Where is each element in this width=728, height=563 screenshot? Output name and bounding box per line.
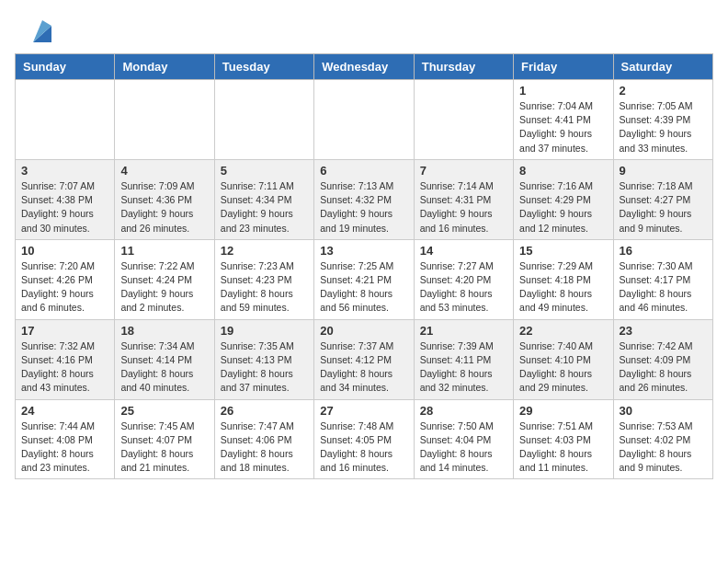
calendar-cell: 5Sunrise: 7:11 AM Sunset: 4:34 PM Daylig… [214,159,313,239]
day-number: 5 [221,164,308,178]
calendar-cell: 11Sunrise: 7:22 AM Sunset: 4:24 PM Dayli… [115,239,214,319]
calendar-cell: 21Sunrise: 7:39 AM Sunset: 4:11 PM Dayli… [414,319,513,399]
calendar-cell [16,80,115,160]
day-number: 12 [221,244,308,258]
day-number: 15 [519,244,607,258]
day-number: 11 [120,244,208,258]
day-number: 2 [620,84,707,98]
col-header-friday: Friday [514,54,613,80]
week-row-3: 10Sunrise: 7:20 AM Sunset: 4:26 PM Dayli… [16,239,713,319]
calendar-cell: 6Sunrise: 7:13 AM Sunset: 4:32 PM Daylig… [314,159,414,239]
day-info: Sunrise: 7:50 AM Sunset: 4:04 PM Dayligh… [420,419,507,476]
calendar-cell: 27Sunrise: 7:48 AM Sunset: 4:05 PM Dayli… [314,399,414,479]
day-number: 18 [120,324,208,338]
calendar-cell: 19Sunrise: 7:35 AM Sunset: 4:13 PM Dayli… [214,319,313,399]
day-number: 20 [320,324,407,338]
calendar-cell: 26Sunrise: 7:47 AM Sunset: 4:06 PM Dayli… [214,399,313,479]
day-number: 8 [519,164,607,178]
calendar-cell: 24Sunrise: 7:44 AM Sunset: 4:08 PM Dayli… [16,399,115,479]
calendar-cell: 12Sunrise: 7:23 AM Sunset: 4:23 PM Dayli… [214,239,313,319]
col-header-saturday: Saturday [613,54,712,80]
calendar-cell: 4Sunrise: 7:09 AM Sunset: 4:36 PM Daylig… [115,159,214,239]
day-number: 25 [120,404,208,418]
day-number: 14 [420,244,507,258]
col-header-thursday: Thursday [414,54,513,80]
day-number: 10 [21,244,108,258]
logo [22,17,55,46]
col-header-monday: Monday [115,54,214,80]
day-info: Sunrise: 7:22 AM Sunset: 4:24 PM Dayligh… [120,259,208,316]
calendar-cell: 20Sunrise: 7:37 AM Sunset: 4:12 PM Dayli… [314,319,414,399]
day-number: 19 [221,324,308,338]
calendar-wrapper: SundayMondayTuesdayWednesdayThursdayFrid… [0,53,728,487]
calendar-cell: 30Sunrise: 7:53 AM Sunset: 4:02 PM Dayli… [613,399,712,479]
day-info: Sunrise: 7:13 AM Sunset: 4:32 PM Dayligh… [320,179,407,236]
day-number: 23 [620,324,707,338]
day-info: Sunrise: 7:18 AM Sunset: 4:27 PM Dayligh… [620,179,707,236]
day-info: Sunrise: 7:30 AM Sunset: 4:17 PM Dayligh… [620,259,707,316]
calendar-cell: 23Sunrise: 7:42 AM Sunset: 4:09 PM Dayli… [613,319,712,399]
week-row-4: 17Sunrise: 7:32 AM Sunset: 4:16 PM Dayli… [16,319,713,399]
calendar-cell: 22Sunrise: 7:40 AM Sunset: 4:10 PM Dayli… [514,319,613,399]
calendar-cell: 17Sunrise: 7:32 AM Sunset: 4:16 PM Dayli… [16,319,115,399]
day-info: Sunrise: 7:47 AM Sunset: 4:06 PM Dayligh… [221,419,308,476]
day-info: Sunrise: 7:32 AM Sunset: 4:16 PM Dayligh… [21,339,108,396]
day-info: Sunrise: 7:25 AM Sunset: 4:21 PM Dayligh… [320,259,407,316]
day-number: 28 [420,404,507,418]
day-info: Sunrise: 7:23 AM Sunset: 4:23 PM Dayligh… [221,259,308,316]
day-info: Sunrise: 7:51 AM Sunset: 4:03 PM Dayligh… [519,419,607,476]
calendar-cell [214,80,313,160]
day-number: 6 [320,164,407,178]
day-info: Sunrise: 7:05 AM Sunset: 4:39 PM Dayligh… [620,99,707,155]
calendar-cell: 10Sunrise: 7:20 AM Sunset: 4:26 PM Dayli… [16,239,115,319]
day-info: Sunrise: 7:16 AM Sunset: 4:29 PM Dayligh… [519,179,607,236]
week-row-5: 24Sunrise: 7:44 AM Sunset: 4:08 PM Dayli… [16,399,713,479]
day-number: 3 [21,164,108,178]
day-info: Sunrise: 7:45 AM Sunset: 4:07 PM Dayligh… [120,419,208,476]
day-number: 22 [519,324,607,338]
week-row-1: 1Sunrise: 7:04 AM Sunset: 4:41 PM Daylig… [16,80,713,160]
day-info: Sunrise: 7:34 AM Sunset: 4:14 PM Dayligh… [120,339,208,396]
week-row-2: 3Sunrise: 7:07 AM Sunset: 4:38 PM Daylig… [16,159,713,239]
calendar-cell: 13Sunrise: 7:25 AM Sunset: 4:21 PM Dayli… [314,239,414,319]
calendar-cell: 16Sunrise: 7:30 AM Sunset: 4:17 PM Dayli… [613,239,712,319]
page-container: SundayMondayTuesdayWednesdayThursdayFrid… [0,0,728,487]
day-info: Sunrise: 7:39 AM Sunset: 4:11 PM Dayligh… [420,339,507,396]
day-number: 30 [620,404,707,418]
day-info: Sunrise: 7:53 AM Sunset: 4:02 PM Dayligh… [620,419,707,476]
col-header-sunday: Sunday [16,54,115,80]
page-header [0,0,728,53]
day-number: 26 [221,404,308,418]
day-info: Sunrise: 7:37 AM Sunset: 4:12 PM Dayligh… [320,339,407,396]
day-number: 16 [620,244,707,258]
day-info: Sunrise: 7:14 AM Sunset: 4:31 PM Dayligh… [420,179,507,236]
calendar-cell [414,80,513,160]
day-number: 4 [120,164,208,178]
day-info: Sunrise: 7:48 AM Sunset: 4:05 PM Dayligh… [320,419,407,476]
day-info: Sunrise: 7:04 AM Sunset: 4:41 PM Dayligh… [519,99,607,155]
day-info: Sunrise: 7:29 AM Sunset: 4:18 PM Dayligh… [519,259,607,316]
calendar-cell: 15Sunrise: 7:29 AM Sunset: 4:18 PM Dayli… [514,239,613,319]
day-number: 24 [21,404,108,418]
day-info: Sunrise: 7:35 AM Sunset: 4:13 PM Dayligh… [221,339,308,396]
day-number: 29 [519,404,607,418]
day-number: 27 [320,404,407,418]
day-info: Sunrise: 7:07 AM Sunset: 4:38 PM Dayligh… [21,179,108,236]
calendar-cell: 2Sunrise: 7:05 AM Sunset: 4:39 PM Daylig… [613,80,712,160]
day-number: 1 [519,84,607,98]
day-info: Sunrise: 7:40 AM Sunset: 4:10 PM Dayligh… [519,339,607,396]
day-number: 21 [420,324,507,338]
header-row: SundayMondayTuesdayWednesdayThursdayFrid… [16,54,713,80]
col-header-tuesday: Tuesday [214,54,313,80]
day-info: Sunrise: 7:11 AM Sunset: 4:34 PM Dayligh… [221,179,308,236]
calendar-cell: 7Sunrise: 7:14 AM Sunset: 4:31 PM Daylig… [414,159,513,239]
calendar-cell: 9Sunrise: 7:18 AM Sunset: 4:27 PM Daylig… [613,159,712,239]
day-info: Sunrise: 7:44 AM Sunset: 4:08 PM Dayligh… [21,419,108,476]
day-info: Sunrise: 7:42 AM Sunset: 4:09 PM Dayligh… [620,339,707,396]
calendar-cell [314,80,414,160]
calendar-cell: 3Sunrise: 7:07 AM Sunset: 4:38 PM Daylig… [16,159,115,239]
calendar-cell: 8Sunrise: 7:16 AM Sunset: 4:29 PM Daylig… [514,159,613,239]
logo-icon [26,17,55,46]
calendar-cell: 1Sunrise: 7:04 AM Sunset: 4:41 PM Daylig… [514,80,613,160]
day-info: Sunrise: 7:27 AM Sunset: 4:20 PM Dayligh… [420,259,507,316]
